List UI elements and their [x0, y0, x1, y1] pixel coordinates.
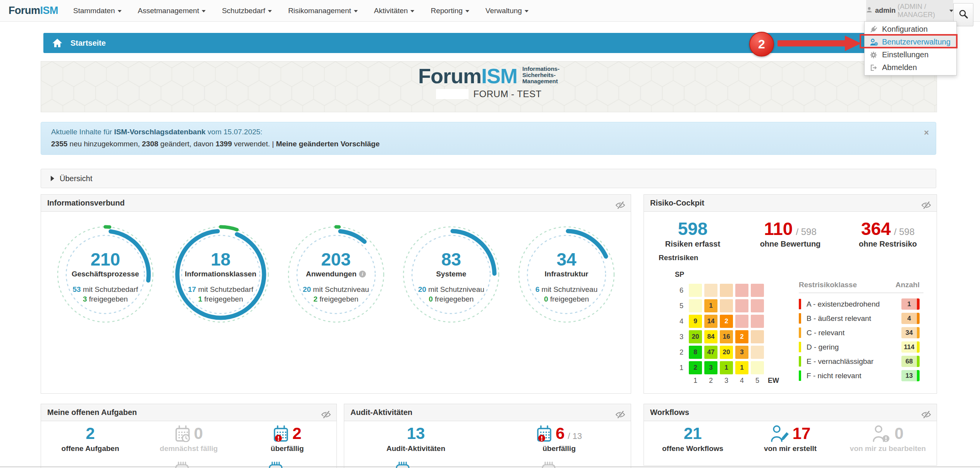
stat-demnächst-fällig[interactable]: 0 demnächst fällig	[139, 424, 238, 453]
heatmap-cell[interactable]	[689, 299, 702, 312]
gauge-geschäftsprozesse[interactable]: 210 Geschäftsprozesse 53 mit Schutzbedar…	[53, 223, 157, 326]
gauge-informationsklassen[interactable]: 18 Informationsklassen 17 mit Schutzbeda…	[169, 223, 273, 326]
risk-stat-ohne-restrisiko[interactable]: 364 / 598 ohne Restrisiko	[839, 219, 937, 249]
heatmap-cell[interactable]: 20	[720, 346, 733, 359]
home-icon[interactable]	[52, 38, 63, 48]
legend-row: E - vernachlässigbar 68	[799, 354, 923, 369]
heatmap-col-label: 3	[720, 377, 733, 385]
risk-stat-ohne-bewertung[interactable]: 110 / 598 ohne Bewertung	[741, 219, 839, 249]
stat-value: 2	[86, 424, 94, 443]
eye-slash-icon[interactable]	[321, 408, 331, 425]
risk-class-label: D - gering	[807, 343, 839, 351]
menu-item-stammdaten[interactable]: Stammdaten	[65, 0, 130, 21]
app-logo-forum: Forum	[9, 5, 40, 16]
heatmap-cell[interactable]: 3	[735, 346, 748, 359]
heatmap-cell[interactable]	[751, 299, 764, 312]
menu-label: Assetmanagement	[138, 7, 199, 15]
stat-value: 0	[194, 424, 203, 443]
heatmap-cell[interactable]: 47	[704, 346, 717, 359]
alert-text-segment[interactable]: Meine geänderten Vorschläge	[276, 140, 380, 148]
stat-label: demnächst fällig	[139, 444, 238, 453]
heatmap-cell[interactable]	[720, 284, 733, 297]
eye-slash-icon[interactable]	[615, 408, 625, 425]
user-menu-item-einstellungen[interactable]: Einstellungen	[865, 48, 956, 61]
heatmap-cell[interactable]: 1	[704, 299, 717, 312]
menu-item-reporting[interactable]: Reporting	[422, 0, 477, 21]
heatmap-cell[interactable]	[704, 284, 717, 297]
user-menu-item-abmelden[interactable]: Abmelden	[865, 61, 956, 74]
heatmap-cell[interactable]	[720, 299, 733, 312]
gauge-anwendungen[interactable]: 203 Anwendungeni 20 mit Schutzniveau 2 f…	[284, 223, 388, 326]
heatmap-cell[interactable]: 1	[735, 361, 748, 374]
risk-stat-risiken-erfasst[interactable]: 598 Risiken erfasst	[644, 219, 741, 249]
gauge-systeme[interactable]: 83 Systeme 20 mit Schutzniveau 0 freigeg…	[399, 223, 503, 326]
heatmap-cell[interactable]: 84	[704, 330, 717, 343]
stat-label: offene Aufgaben	[41, 444, 139, 453]
heatmap-cell[interactable]	[735, 284, 748, 297]
risk-class-count-badge: 34	[901, 327, 920, 338]
heatmap-cell[interactable]: 1	[720, 361, 733, 374]
panel-meine-offenen-aufgaben: Meine offenen Aufgaben 2 offene Aufgaben…	[41, 404, 337, 468]
alert-text-segment: 2355	[51, 140, 67, 148]
legend-row: D - gering 114	[799, 340, 923, 354]
alert-line1: Aktuelle Inhalte für ISM-Vorschlagsdaten…	[51, 128, 926, 136]
heatmap-cell[interactable]	[689, 284, 702, 297]
menu-item-aktivitten[interactable]: Aktivitäten	[366, 0, 423, 21]
close-icon[interactable]: ×	[924, 129, 929, 137]
heatmap-cell[interactable]: 2	[689, 361, 702, 374]
eye-slash-icon[interactable]	[921, 408, 931, 425]
user-menu-item-label: Einstellungen	[882, 50, 929, 59]
gauge-details: 20 mit Schutzniveau 0 freigegeben	[399, 285, 503, 304]
stat-label: offene Workflows	[644, 444, 741, 453]
menu-item-verwaltung[interactable]: Verwaltung	[477, 0, 537, 21]
heatmap-cell[interactable]: 20	[689, 330, 702, 343]
heatmap-cell[interactable]: 8	[689, 346, 702, 359]
magnifier-icon	[958, 9, 968, 21]
heatmap-cell[interactable]: 16	[720, 330, 733, 343]
menu-item-risikomanagement[interactable]: Risikomanagement	[280, 0, 366, 21]
stat-offene-workflows[interactable]: 21 offene Workflows	[644, 424, 741, 453]
gauge-row: 210 Geschäftsprozesse 53 mit Schutzbedar…	[41, 212, 631, 326]
stat-offene-aufgaben[interactable]: 2 offene Aufgaben	[41, 424, 139, 453]
heatmap-cell[interactable]	[751, 346, 764, 359]
stat-von-mir-erstellt[interactable]: 17 von mir erstellt	[741, 424, 839, 453]
heatmap-cell[interactable]	[751, 330, 764, 343]
alert-line2[interactable]: 2355 neu hinzugekommen, 2308 geändert, d…	[51, 140, 926, 148]
heatmap-cell[interactable]	[735, 315, 748, 328]
panel-workflows: Workflows 21 offene Workflows 17 von mir…	[644, 404, 937, 466]
heatmap-cell[interactable]: 3	[704, 361, 717, 374]
environment-label: FORUM - TEST	[473, 89, 541, 99]
stat-überfällig[interactable]: 6 / 13 überfällig	[487, 424, 631, 453]
alert-text-segment: Aktuelle Inhalte für	[51, 128, 114, 136]
risk-class-color-bar	[799, 342, 801, 352]
caret-down-icon	[202, 10, 206, 12]
menu-item-schutzbedarf[interactable]: Schutzbedarf	[214, 0, 280, 21]
heatmap-cell[interactable]: 2	[735, 330, 748, 343]
legend-row: B - äußerst relevant 4	[799, 311, 923, 326]
heatmap-cell[interactable]	[735, 299, 748, 312]
risk-class-color-bar	[799, 327, 801, 338]
gauge-details: 17 mit Schutzbedarf 1 freigegeben	[169, 285, 273, 304]
breadcrumb-label: Startseite	[70, 39, 106, 48]
stat-überfällig[interactable]: 2 überfällig	[238, 424, 336, 453]
eye-slash-icon[interactable]	[921, 199, 931, 215]
eye-slash-icon[interactable]	[615, 199, 625, 215]
heatmap-cell[interactable]: 14	[704, 315, 717, 328]
heatmap-cell[interactable]	[751, 315, 764, 328]
menu-item-assetmanagement[interactable]: Assetmanagement	[130, 0, 214, 21]
user-menu-toggle[interactable]: admin (ADMIN / MANAGER)	[866, 0, 953, 21]
info-icon[interactable]: i	[359, 271, 366, 278]
stat-audit-aktivitäten[interactable]: 13 Audit-Aktivitäten	[344, 424, 487, 453]
menu-label: Risikomanagement	[288, 7, 351, 15]
heatmap-col-label: 4	[735, 377, 748, 385]
gauge-infrastruktur[interactable]: 34 Infrastruktur 6 mit Schutzniveau 0 fr…	[515, 223, 618, 326]
uebersicht-toggle[interactable]: Übersicht	[41, 169, 936, 188]
heatmap-cell[interactable]: 2	[720, 315, 733, 328]
app-logo[interactable]: ForumISM	[9, 5, 58, 17]
stat-von-mir-zu-bearbeiten[interactable]: 0 von mir zu bearbeiten	[839, 424, 937, 453]
panel-title: Risiko-Cockpit	[644, 195, 937, 212]
heatmap-cell[interactable]	[751, 361, 764, 374]
user-roles: (ADMIN / MANAGER)	[898, 3, 944, 19]
heatmap-cell[interactable]	[751, 284, 764, 297]
heatmap-cell[interactable]: 9	[689, 315, 702, 328]
